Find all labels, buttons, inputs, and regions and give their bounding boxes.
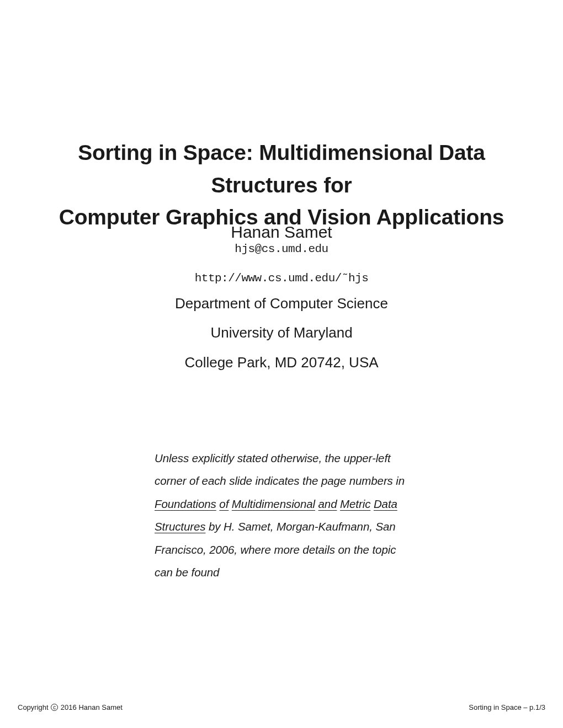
footer-left: Copyright c 2016 Hanan Samet (18, 703, 123, 711)
author-department: Department of Computer Science (0, 289, 563, 318)
book-title-word: Foundations (155, 497, 216, 510)
title-line-1: Sorting in Space: Multidimensional Data … (78, 141, 485, 197)
footer-right: Sorting in Space – p.1/3 (469, 703, 545, 711)
slide-page: Sorting in Space: Multidimensional Data … (0, 0, 563, 728)
reference-note: Unless explicitly stated otherwise, the … (155, 447, 414, 584)
note-prefix: Unless explicitly stated otherwise, the … (155, 452, 405, 487)
copyright-year-name: 2016 Hanan Samet (59, 703, 123, 711)
copyright-icon: c (51, 704, 58, 711)
book-title-word: of (219, 497, 229, 510)
book-title-word: and (318, 497, 337, 510)
author-email: hjs@cs.umd.edu (0, 243, 563, 255)
copyright-pre: Copyright (18, 703, 50, 711)
book-title-word: Metric (340, 497, 370, 510)
slide-footer: Copyright c 2016 Hanan Samet Sorting in … (0, 703, 563, 711)
book-title-word: Structures (155, 520, 205, 533)
author-university: University of Maryland (0, 318, 563, 347)
book-title-word: Multidimensional (232, 497, 315, 510)
author-name: Hanan Samet (0, 223, 563, 242)
author-website: http://www.cs.umd.edu/˜hjs (0, 272, 563, 285)
slide-title: Sorting in Space: Multidimensional Data … (0, 137, 563, 234)
author-location: College Park, MD 20742, USA (0, 348, 563, 377)
author-block: Hanan Samet hjs@cs.umd.edu http://www.cs… (0, 223, 563, 377)
book-title-word: Data (374, 497, 397, 510)
